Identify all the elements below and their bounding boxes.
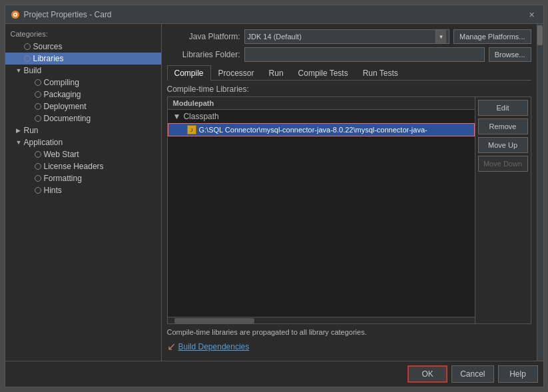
sidebar-item-label: License Headers (44, 162, 104, 171)
sidebar-item-label: Hints (44, 186, 62, 195)
java-platform-label: Java Platform: (167, 32, 240, 41)
cancel-button[interactable]: Cancel (451, 365, 493, 383)
bottom-bar: OK Cancel Help (5, 361, 543, 387)
triangle-icon (27, 163, 35, 170)
sidebar-item-deployment[interactable]: Deployment (5, 100, 161, 112)
triangle-icon (27, 91, 35, 98)
remove-button[interactable]: Remove (478, 118, 528, 134)
sidebar-item-label: Compiling (44, 78, 79, 87)
triangle-icon (16, 55, 24, 62)
expand-icon: ▼ (16, 139, 24, 146)
right-scrollbar[interactable] (537, 24, 543, 361)
sidebar-item-label: Run (24, 126, 39, 135)
triangle-icon (27, 79, 35, 86)
combo-arrow-icon: ▼ (435, 30, 446, 43)
lib-content-area: Modulepath ▼ Classpath J G:\SQL Connecto… (168, 97, 475, 323)
sidebar-item-label: Documenting (44, 114, 91, 123)
help-button[interactable]: Help (498, 365, 538, 383)
sidebar-item-libraries[interactable]: Libraries (5, 53, 161, 65)
java-platform-row: Java Platform: JDK 14 (Default) ▼ Manage… (167, 29, 531, 44)
circle-icon (35, 91, 41, 98)
tab-compile[interactable]: Compile (167, 65, 211, 81)
move-down-button[interactable]: Move Down (478, 156, 528, 172)
close-button[interactable]: × (526, 9, 538, 21)
sidebar-item-label: Sources (33, 42, 63, 51)
library-panel: Modulepath ▼ Classpath J G:\SQL Connecto… (167, 97, 531, 324)
expand-icon: ▶ (16, 127, 24, 134)
circle-icon (35, 163, 41, 170)
project-properties-dialog: Project Properties - Card × Categories: … (5, 5, 544, 387)
sidebar-item-run[interactable]: ▶ Run (5, 124, 161, 136)
build-dep-arrow-icon: ↙ (167, 340, 176, 353)
sidebar-item-label: Formatting (44, 174, 82, 183)
build-dependencies-link[interactable]: Build Dependencies (178, 342, 250, 351)
java-platform-value: JDK 14 (Default) (248, 33, 436, 41)
sidebar-item-hints[interactable]: Hints (5, 184, 161, 196)
edit-button[interactable]: Edit (478, 100, 528, 116)
expand-icon: ▼ (16, 67, 24, 74)
library-buttons: Edit Remove Move Up Move Down (475, 97, 531, 323)
sidebar-item-label: Deployment (44, 102, 87, 111)
sidebar-item-build[interactable]: ▼ Build (5, 65, 161, 77)
circle-icon (35, 79, 41, 86)
sidebar-item-label: Build (24, 66, 42, 75)
right-panel: Java Platform: JDK 14 (Default) ▼ Manage… (162, 24, 537, 361)
title-bar: Project Properties - Card × (5, 5, 543, 24)
circle-icon (35, 103, 41, 110)
triangle-icon (16, 43, 24, 50)
horizontal-scrollbar[interactable] (168, 317, 475, 323)
sidebar-item-packaging[interactable]: Packaging (5, 89, 161, 100)
categories-label: Categories: (5, 27, 161, 41)
tab-run[interactable]: Run (262, 65, 291, 81)
circle-icon (35, 187, 41, 194)
triangle-icon (27, 175, 35, 182)
triangle-icon (27, 187, 35, 194)
scrollbar-thumb (537, 25, 543, 45)
libraries-folder-input[interactable] (244, 47, 485, 62)
library-path: G:\SQL Connector\mysql-connector-java-8.… (199, 126, 427, 134)
sidebar-item-application[interactable]: ▼ Application (5, 136, 161, 148)
triangle-icon (27, 103, 35, 110)
circle-icon (24, 55, 31, 62)
browse-button[interactable]: Browse... (489, 47, 531, 62)
sidebar-item-compiling[interactable]: Compiling (5, 77, 161, 89)
manage-platforms-button[interactable]: Manage Platforms... (453, 29, 531, 44)
libraries-folder-label: Libraries Folder: (167, 50, 240, 59)
circle-icon (35, 151, 41, 158)
tabs-bar: Compile Processor Run Compile Tests Run … (167, 65, 531, 81)
sidebar-item-documenting[interactable]: Documenting (5, 112, 161, 124)
build-dependencies-row: ↙ Build Dependencies (167, 340, 531, 353)
jar-icon: J (187, 125, 196, 134)
triangle-icon (27, 151, 35, 158)
dialog-title: Project Properties - Card (24, 10, 112, 19)
sidebar-item-license-headers[interactable]: License Headers (5, 160, 161, 172)
sidebar: Categories: Sources Libraries ▼ Build (5, 24, 162, 361)
tab-run-tests[interactable]: Run Tests (356, 65, 406, 81)
sidebar-item-label: Application (24, 138, 63, 147)
classpath-triangle: ▼ (173, 112, 181, 121)
dialog-body: Categories: Sources Libraries ▼ Build (5, 24, 543, 361)
status-text: Compile-time libraries are propagated to… (167, 328, 531, 336)
scrollbar-thumb (174, 318, 254, 323)
svg-point-2 (14, 13, 16, 15)
circle-icon (24, 43, 31, 50)
sidebar-item-web-start[interactable]: Web Start (5, 148, 161, 160)
triangle-icon (27, 115, 35, 122)
app-icon (11, 10, 20, 19)
sidebar-item-label: Packaging (44, 90, 81, 99)
classpath-section[interactable]: ▼ Classpath (168, 110, 475, 123)
java-platform-combo[interactable]: JDK 14 (Default) ▼ (244, 29, 450, 44)
ok-button[interactable]: OK (408, 365, 447, 383)
sidebar-item-sources[interactable]: Sources (5, 41, 161, 53)
tab-processor[interactable]: Processor (211, 65, 262, 81)
title-bar-left: Project Properties - Card (11, 10, 112, 19)
classpath-label: Classpath (183, 112, 218, 121)
sidebar-item-label: Web Start (44, 150, 79, 159)
libraries-folder-row: Libraries Folder: Browse... (167, 47, 531, 62)
move-up-button[interactable]: Move Up (478, 137, 528, 153)
sidebar-item-formatting[interactable]: Formatting (5, 172, 161, 184)
sidebar-item-label: Libraries (33, 54, 64, 63)
library-entry[interactable]: J G:\SQL Connector\mysql-connector-java-… (168, 123, 475, 136)
tab-compile-tests[interactable]: Compile Tests (291, 65, 356, 81)
modulepath-header: Modulepath (168, 97, 475, 110)
